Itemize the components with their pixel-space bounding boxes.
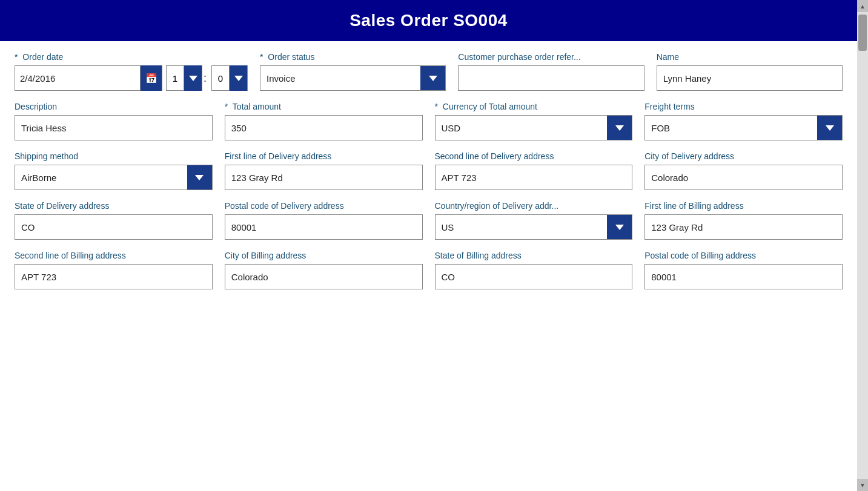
currency-col: * Currency of Total amount bbox=[435, 102, 645, 140]
billing-address-2-col: Second line of Billing address bbox=[15, 251, 225, 289]
delivery-city-label: City of Delivery address bbox=[644, 151, 843, 161]
delivery-country-label: Country/region of Delivery addr... bbox=[435, 201, 633, 211]
description-col: Description bbox=[15, 102, 225, 140]
freight-terms-select-wrapper bbox=[644, 115, 843, 140]
delivery-state-col: State of Delivery address bbox=[15, 201, 225, 240]
calendar-button[interactable]: 📅 bbox=[140, 65, 162, 91]
page-title: Sales Order SO004 bbox=[350, 11, 508, 30]
scroll-down-button[interactable]: ▼ bbox=[857, 479, 868, 491]
chevron-down-icon-7 bbox=[615, 225, 624, 230]
hour-input[interactable] bbox=[167, 73, 184, 84]
hour-spinner bbox=[166, 65, 202, 91]
billing-state-input[interactable] bbox=[435, 264, 633, 289]
shipping-method-dropdown-button[interactable] bbox=[187, 165, 213, 190]
order-status-label: * Order status bbox=[260, 52, 446, 62]
form-row-2: Description * Total amount * C bbox=[15, 102, 843, 140]
delivery-address-2-input[interactable] bbox=[435, 165, 633, 190]
customer-po-label: Customer purchase order refer... bbox=[458, 52, 644, 62]
order-date-input[interactable] bbox=[15, 66, 140, 90]
billing-postal-input[interactable] bbox=[644, 264, 843, 289]
scroll-thumb[interactable] bbox=[858, 15, 867, 51]
billing-postal-col: Postal code of Billing address bbox=[644, 251, 843, 289]
page-header: Sales Order SO004 bbox=[0, 0, 857, 41]
calendar-icon: 📅 bbox=[145, 73, 157, 84]
hour-spin-button[interactable] bbox=[184, 65, 202, 91]
billing-city-input[interactable] bbox=[225, 264, 423, 289]
delivery-city-input[interactable] bbox=[644, 165, 843, 190]
delivery-address-2-col: Second line of Delivery address bbox=[435, 151, 645, 190]
required-marker-2: * bbox=[260, 52, 263, 62]
form-row-3: Shipping method First line of Delivery a… bbox=[15, 151, 843, 190]
delivery-postal-col: Postal code of Delivery address bbox=[225, 201, 435, 240]
minute-spinner bbox=[211, 65, 248, 91]
billing-address-1-label: First line of Billing address bbox=[644, 201, 843, 211]
total-amount-col: * Total amount bbox=[225, 102, 435, 140]
customer-po-col: Customer purchase order refer... bbox=[458, 52, 656, 91]
description-label: Description bbox=[15, 102, 213, 111]
description-input[interactable] bbox=[15, 115, 213, 140]
form-row-4: State of Delivery address Postal code of… bbox=[15, 201, 843, 240]
order-status-select-wrapper bbox=[260, 65, 446, 91]
delivery-postal-label: Postal code of Delivery address bbox=[225, 201, 423, 211]
billing-state-col: State of Billing address bbox=[435, 251, 645, 289]
delivery-postal-input[interactable] bbox=[225, 214, 423, 240]
delivery-city-col: City of Delivery address bbox=[644, 151, 843, 190]
date-time-group: 📅 : bbox=[15, 65, 248, 91]
total-amount-label: * Total amount bbox=[225, 102, 423, 111]
freight-terms-input[interactable] bbox=[644, 115, 843, 140]
form-row-5: Second line of Billing address City of B… bbox=[15, 251, 843, 289]
delivery-address-2-label: Second line of Delivery address bbox=[435, 151, 633, 161]
minute-spin-button[interactable] bbox=[229, 65, 247, 91]
delivery-country-col: Country/region of Delivery addr... bbox=[435, 201, 645, 240]
billing-address-2-input[interactable] bbox=[15, 264, 213, 289]
date-input-box: 📅 bbox=[15, 65, 162, 91]
delivery-country-select-wrapper bbox=[435, 214, 633, 240]
billing-postal-label: Postal code of Billing address bbox=[644, 251, 843, 260]
order-status-input[interactable] bbox=[260, 65, 446, 91]
freight-terms-col: Freight terms bbox=[644, 102, 843, 140]
required-marker: * bbox=[15, 52, 18, 62]
billing-city-col: City of Billing address bbox=[225, 251, 435, 289]
total-amount-input[interactable] bbox=[225, 115, 423, 140]
delivery-address-1-input[interactable] bbox=[225, 165, 423, 190]
shipping-method-label: Shipping method bbox=[15, 151, 213, 161]
minute-input[interactable] bbox=[212, 73, 229, 84]
time-colon: : bbox=[202, 65, 208, 91]
currency-select-wrapper bbox=[435, 115, 633, 140]
order-date-label: * Order date bbox=[15, 52, 248, 62]
chevron-down-icon-4 bbox=[615, 125, 624, 131]
shipping-method-select-wrapper bbox=[15, 165, 213, 190]
customer-po-input[interactable] bbox=[458, 65, 644, 91]
delivery-address-1-label: First line of Delivery address bbox=[225, 151, 423, 161]
currency-dropdown-button[interactable] bbox=[607, 115, 632, 140]
required-marker-3: * bbox=[225, 102, 228, 111]
form-area: * Order date 📅 bbox=[0, 41, 857, 289]
chevron-down-icon-5 bbox=[826, 125, 834, 131]
delivery-address-1-col: First line of Delivery address bbox=[225, 151, 435, 190]
scroll-up-button[interactable]: ▲ bbox=[857, 0, 868, 12]
order-status-dropdown-button[interactable] bbox=[420, 65, 446, 91]
name-col: Name bbox=[657, 52, 843, 91]
chevron-down-icon-6 bbox=[195, 175, 204, 180]
currency-label: * Currency of Total amount bbox=[435, 102, 633, 111]
delivery-country-dropdown-button[interactable] bbox=[607, 214, 632, 240]
content-wrapper: Sales Order SO004 * Order date 📅 bbox=[0, 0, 857, 289]
chevron-down-icon bbox=[189, 76, 197, 81]
billing-address-2-label: Second line of Billing address bbox=[15, 251, 213, 260]
freight-terms-label: Freight terms bbox=[644, 102, 843, 111]
shipping-method-input[interactable] bbox=[15, 165, 213, 190]
freight-terms-dropdown-button[interactable] bbox=[817, 115, 843, 140]
delivery-country-input[interactable] bbox=[435, 214, 633, 240]
billing-address-1-input[interactable] bbox=[644, 214, 843, 240]
delivery-state-input[interactable] bbox=[15, 214, 213, 240]
currency-input[interactable] bbox=[435, 115, 633, 140]
form-row-1: * Order date 📅 bbox=[15, 52, 843, 91]
delivery-state-label: State of Delivery address bbox=[15, 201, 213, 211]
scrollbar: ▲ ▼ bbox=[857, 0, 868, 491]
name-input[interactable] bbox=[657, 65, 843, 91]
page-wrapper: ▲ ▼ Sales Order SO004 * Order date bbox=[0, 0, 868, 491]
billing-address-1-col: First line of Billing address bbox=[644, 201, 843, 240]
shipping-method-col: Shipping method bbox=[15, 151, 225, 190]
billing-city-label: City of Billing address bbox=[225, 251, 423, 260]
order-status-col: * Order status bbox=[260, 52, 458, 91]
